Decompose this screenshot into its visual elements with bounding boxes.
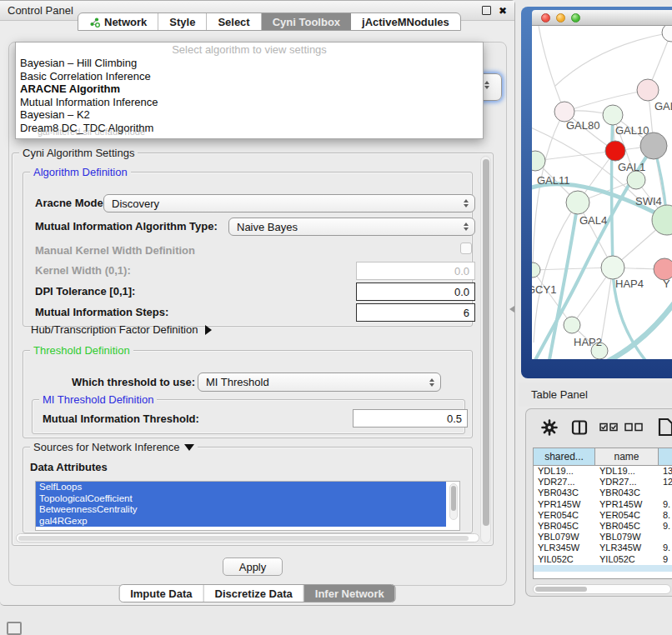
data-attributes-list[interactable]: SelfLoopsTopologicalCoefficientBetweenne… <box>35 481 460 531</box>
dpi-tolerance-label: DPI Tolerance [0,1]: <box>35 285 135 298</box>
scrollbar-thumb[interactable] <box>451 486 456 511</box>
splitter-collapse-icon[interactable] <box>509 306 514 312</box>
network-node[interactable] <box>662 26 672 42</box>
minimize-traffic-light-icon[interactable] <box>556 13 565 22</box>
node-label: GAL4 <box>579 214 607 227</box>
bottom-tabbar: Impute Data Discretize Data Infer Networ… <box>118 584 396 602</box>
dpi-tolerance-field[interactable]: 0.0 <box>356 282 475 301</box>
network-node[interactable] <box>564 317 580 333</box>
collapse-arrow-icon[interactable] <box>184 444 194 451</box>
mi-steps-label: Mutual Information Steps: <box>35 306 168 318</box>
tab-discretize-data[interactable]: Discretize Data <box>204 585 304 602</box>
algorithm-option[interactable]: Mutual Information Inference <box>16 96 483 109</box>
tab-select[interactable]: Select <box>207 13 261 30</box>
control-panel-window: Control Panel ✖ Network Style Select Cyn… <box>0 0 515 606</box>
table-row[interactable]: YDL19...YDL19...13 <box>534 466 672 477</box>
algorithm-option[interactable]: Bayesian – Hill Climbing <box>16 57 483 70</box>
network-node[interactable] <box>627 171 645 189</box>
table-cell: 9 <box>659 554 672 565</box>
table-column-header[interactable] <box>659 448 672 466</box>
mi-threshold-field[interactable]: 0.5 <box>353 409 468 428</box>
node-label: GAL80 <box>566 119 599 132</box>
network-node[interactable] <box>605 141 625 161</box>
tab-network[interactable]: Network <box>78 13 158 30</box>
dock-panel-icon[interactable] <box>7 622 22 635</box>
table-row[interactable]: YBL079WYBL079W <box>534 532 672 542</box>
node-label: GAL11 <box>537 174 570 187</box>
settings-vertical-scrollbar[interactable] <box>480 156 491 543</box>
data-attribute-item-selected[interactable]: BetweennessCentrality <box>36 504 446 516</box>
mi-steps-field[interactable]: 6 <box>356 303 475 322</box>
algorithm-option[interactable]: Basic Correlation Inference <box>16 70 483 83</box>
data-attribute-item-selected[interactable]: gal4RGexp <box>36 516 446 528</box>
network-edge[interactable] <box>555 32 671 86</box>
settings-horizontal-scrollbar[interactable] <box>16 533 479 542</box>
close-icon[interactable]: ✖ <box>499 6 507 16</box>
apply-button[interactable]: Apply <box>223 558 283 576</box>
network-edge[interactable] <box>539 26 564 112</box>
algorithm-definition-title: Algorithm Definition <box>30 166 131 178</box>
hub-definition-expander[interactable]: Hub/Transcription Factor Definition <box>31 323 212 336</box>
table-cell: YLR345W <box>595 542 659 553</box>
network-canvas[interactable]: GALGAL80GAL10GAL1GAL11SWI4GAL4HAP4YGCY1H… <box>532 26 672 359</box>
zoom-traffic-light-icon[interactable] <box>571 13 580 22</box>
table-cell: YPR145W <box>534 499 595 510</box>
mi-algorithm-type-combobox[interactable]: Naive Bayes <box>228 218 475 236</box>
deselect-all-checkboxes-icon[interactable] <box>624 422 644 432</box>
tab-jactivemnodules[interactable]: jActiveMNodules <box>351 13 460 30</box>
network-node[interactable] <box>566 191 589 214</box>
manual-kernel-checkbox[interactable] <box>460 242 472 254</box>
data-attribute-item-selected[interactable]: TopologicalCoefficient <box>36 493 446 505</box>
tab-style[interactable]: Style <box>158 13 207 30</box>
list-vertical-scrollbar[interactable] <box>449 483 458 520</box>
threshold-definition-title: Threshold Definition <box>30 344 133 357</box>
table-row[interactable]: YBR045CYBR045C9. <box>534 521 672 532</box>
algorithm-popup-list: Bayesian – Hill ClimbingBasic Correlatio… <box>16 57 483 134</box>
table-cell: YBR045C <box>534 521 595 532</box>
tab-cyni-toolbox[interactable]: Cyni Toolbox <box>262 13 351 30</box>
table-row[interactable]: YDR27...YDR27...12 <box>534 477 672 488</box>
node-label: GAL1 <box>618 161 645 173</box>
table-horizontal-scrollbar[interactable] <box>533 584 671 594</box>
node-label: GCY1 <box>532 283 556 296</box>
which-threshold-combobox[interactable]: MI Threshold <box>198 372 441 392</box>
float-window-icon[interactable] <box>482 6 491 15</box>
table-row[interactable]: YIL052CYIL052C9 <box>534 554 672 565</box>
table-cell: 9. <box>659 499 672 510</box>
table-row[interactable]: YBR043CYBR043C <box>534 488 672 498</box>
kernel-width-field[interactable]: 0.0 <box>356 262 475 280</box>
algorithm-option[interactable]: Bayesian – K2 <box>16 108 483 122</box>
network-window-titlebar[interactable] <box>532 10 672 26</box>
tab-impute-data[interactable]: Impute Data <box>119 585 203 602</box>
node-attribute-table[interactable]: shared...name YDL19...YDL19...13YDR27...… <box>533 448 672 579</box>
network-node[interactable] <box>603 105 623 125</box>
network-node[interactable] <box>532 262 540 278</box>
mi-threshold-group-title: MI Threshold Definition <box>39 393 157 406</box>
new-document-icon[interactable] <box>658 418 672 438</box>
table-cell: 9. <box>659 521 672 532</box>
scrollbar-thumb[interactable] <box>483 159 489 526</box>
network-node[interactable] <box>637 79 659 101</box>
table-column-header[interactable]: shared... <box>534 448 595 466</box>
table-column-header[interactable]: name <box>595 448 659 466</box>
settings-group-title: Cyni Algorithm Settings <box>19 147 138 159</box>
mi-threshold-label: Mutual Information Threshold: <box>43 412 199 425</box>
scrollbar-thumb[interactable] <box>18 536 469 541</box>
columns-icon[interactable] <box>571 419 588 436</box>
scrollbar-thumb[interactable] <box>535 587 587 592</box>
tab-infer-network[interactable]: Infer Network <box>304 585 395 602</box>
algorithm-option[interactable]: ARACNE Algorithm <box>16 82 483 96</box>
close-traffic-light-icon[interactable] <box>541 13 550 22</box>
gear-icon[interactable] <box>541 419 558 436</box>
select-all-checkboxes-icon[interactable] <box>599 422 619 432</box>
table-row[interactable]: YER054CYER054C8. <box>534 510 672 521</box>
node-label: GAL10 <box>615 124 649 137</box>
table-cell: YPR145W <box>595 499 659 510</box>
network-node[interactable] <box>601 256 624 279</box>
table-row[interactable]: YLR345WYLR345W9. <box>534 542 672 553</box>
manual-kernel-label: Manual Kernel Width Definition <box>35 244 195 257</box>
aracne-mode-combobox[interactable]: Discovery <box>103 194 475 212</box>
table-row[interactable]: YPR145WYPR145W9. <box>534 499 672 510</box>
data-attribute-item-selected[interactable]: SelfLoops <box>36 482 446 493</box>
node-table-body: YDL19...YDL19...13YDR27...YDR27...12YBR0… <box>534 466 672 565</box>
